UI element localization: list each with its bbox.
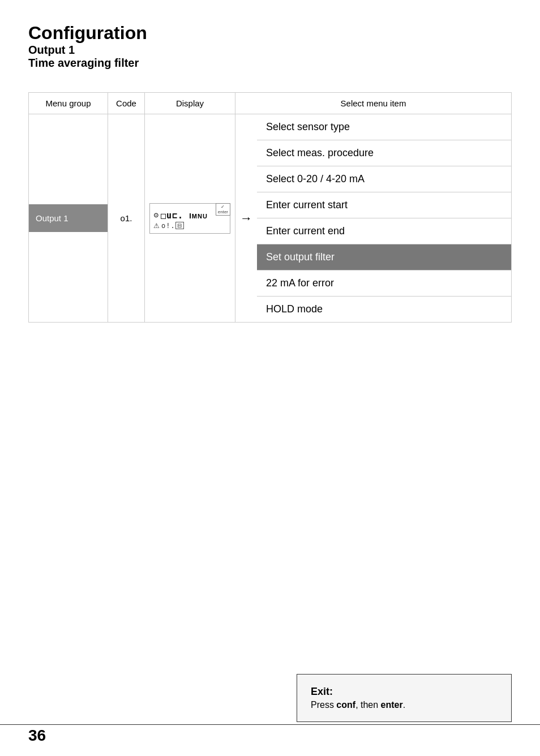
title-section: Configuration Output 1 Time averaging fi… [28, 23, 512, 70]
enter-bold: enter [381, 700, 403, 710]
check-mark: ✓ [221, 204, 225, 209]
page-title-main: Configuration [28, 23, 512, 44]
menu-group-cell: Output 1 [29, 114, 108, 323]
menu-item-0[interactable]: Select sensor type [257, 114, 511, 140]
header-select-menu-item: Select menu item [235, 93, 512, 114]
enter-badge: ✓ enter [216, 203, 230, 216]
menu-item-3[interactable]: Enter current start [257, 192, 511, 218]
display-widget: ✓ enter ⊙ □u⊏. IMNU [149, 203, 230, 234]
exit-label: Exit: [311, 686, 498, 698]
display-row2: ⚠ o!. ⊟ [153, 222, 226, 230]
menu-items-cell: → Select sensor typeSelect meas. procedu… [235, 114, 512, 323]
alarm-icon: ⚠ [153, 222, 160, 230]
page-title-sub1: Output 1 [28, 44, 512, 57]
code-cell: o1. [108, 114, 145, 323]
main-table-wrapper: Menu group Code Display Select menu item… [28, 92, 512, 323]
menu-item-4[interactable]: Enter current end [257, 218, 511, 244]
page-title-sub2: Time averaging filter [28, 57, 512, 70]
enter-text: enter [218, 209, 228, 214]
display-text-main: □u⊏. IMNU [161, 211, 208, 221]
conf-bold: conf [336, 700, 355, 710]
menu-item-1[interactable]: Select meas. procedure [257, 140, 511, 166]
page-container: Configuration Output 1 Time averaging fi… [0, 0, 540, 756]
table-header-row: Menu group Code Display Select menu item [29, 93, 512, 114]
menu-item-6[interactable]: 22 mA for error [257, 270, 511, 297]
exit-box: Exit: Press conf, then enter. [297, 674, 512, 722]
menu-group-label: Output 1 [29, 204, 108, 232]
items-wrapper: → Select sensor typeSelect meas. procedu… [235, 114, 511, 322]
menu-items-list: Select sensor typeSelect meas. procedure… [257, 114, 511, 322]
display-text-sub: o!. [161, 222, 175, 230]
table-data-row: Output 1 o1. ✓ enter [29, 114, 512, 323]
bottom-divider [0, 724, 540, 725]
code-value: o1. [108, 209, 144, 227]
display-icon-box: ⊟ [175, 222, 184, 229]
menu-item-2[interactable]: Select 0-20 / 4-20 mA [257, 166, 511, 192]
display-cell: ✓ enter ⊙ □u⊏. IMNU [145, 114, 235, 323]
page-number: 36 [28, 727, 46, 745]
display-content: ✓ enter ⊙ □u⊏. IMNU [145, 199, 235, 238]
config-table: Menu group Code Display Select menu item… [28, 92, 512, 323]
header-code: Code [108, 93, 145, 114]
header-menu-group: Menu group [29, 93, 108, 114]
header-display: Display [145, 93, 235, 114]
exit-instruction: Press conf, then enter. [311, 700, 405, 710]
menu-item-5[interactable]: Set output filter [257, 244, 511, 270]
exit-section: Exit: Press conf, then enter. [297, 674, 512, 722]
power-icon: ⊙ [153, 212, 159, 219]
menu-item-7[interactable]: HOLD mode [257, 297, 511, 322]
arrow-connector: → [235, 114, 257, 322]
